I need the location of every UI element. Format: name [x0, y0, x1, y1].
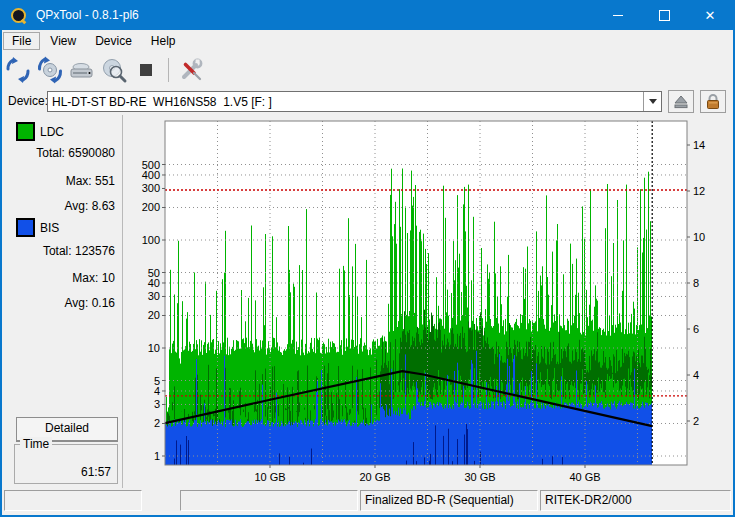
bis-label: BIS: [40, 221, 59, 235]
bis-color-swatch: [16, 218, 35, 237]
svg-text:50: 50: [148, 267, 160, 279]
svg-text:6: 6: [693, 323, 699, 335]
chevron-down-icon: [649, 99, 657, 108]
scan-disc-icon: [100, 56, 128, 84]
svg-text:30: 30: [148, 290, 160, 302]
device-combobox[interactable]: HL-DT-ST BD-RE WH16NS58 1.V5 [F: ]: [47, 91, 662, 112]
close-icon: ✕: [705, 9, 716, 22]
rescan-devices-button[interactable]: [2, 55, 34, 85]
preferences-button[interactable]: [175, 55, 207, 85]
svg-text:2: 2: [693, 415, 699, 427]
ldc-color-swatch: [16, 122, 35, 141]
ldc-label: LDC: [40, 125, 64, 139]
bis-total: Total: 123576: [43, 244, 115, 258]
svg-text:14: 14: [693, 139, 705, 151]
drive-button[interactable]: [66, 55, 98, 85]
ldc-legend: LDC: [16, 122, 64, 141]
svg-text:5: 5: [154, 375, 160, 387]
svg-text:1: 1: [154, 450, 160, 462]
refresh-disc-icon: [36, 56, 64, 84]
time-value: 61:57: [81, 465, 111, 479]
bis-avg: Avg: 0.16: [65, 296, 115, 310]
svg-text:12: 12: [693, 185, 705, 197]
window-title: QPxTool - 0.8.1-pl6: [36, 8, 139, 22]
time-groupbox: Time 61:57: [14, 444, 118, 484]
menu-bar: File View Device Help: [2, 30, 733, 52]
svg-text:400: 400: [142, 169, 160, 181]
drive-icon: [68, 56, 96, 84]
bis-legend: BIS: [16, 218, 59, 237]
svg-text:8: 8: [693, 277, 699, 289]
svg-text:100: 100: [142, 234, 160, 246]
device-row: Device: HL-DT-ST BD-RE WH16NS58 1.V5 [F:…: [2, 88, 733, 115]
svg-text:10: 10: [148, 342, 160, 354]
ldc-avg: Avg: 8.63: [65, 199, 115, 213]
ldc-total: Total: 6590080: [36, 146, 115, 160]
svg-text:30 GB: 30 GB: [464, 471, 495, 483]
svg-text:40 GB: 40 GB: [569, 471, 600, 483]
svg-text:3: 3: [154, 398, 160, 410]
qpxtool-window: QPxTool - 0.8.1-pl6 ✕ File View Device H…: [0, 0, 735, 517]
svg-text:10 GB: 10 GB: [254, 471, 285, 483]
stop-button[interactable]: [130, 55, 162, 85]
menu-help[interactable]: Help: [142, 32, 185, 50]
bis-max: Max: 10: [72, 271, 115, 285]
svg-text:4: 4: [154, 385, 160, 397]
stats-panel: LDC Total: 6590080 Max: 551 Avg: 8.63 BI…: [8, 115, 123, 488]
qpxtool-logo-icon[interactable]: [11, 8, 26, 23]
eject-button[interactable]: [668, 90, 694, 113]
svg-text:4: 4: [693, 369, 699, 381]
maximize-button[interactable]: [641, 0, 687, 30]
svg-text:20 GB: 20 GB: [359, 471, 390, 483]
toolbar: [2, 52, 733, 88]
chart-area: 1234510203040501002003004005002468101214…: [128, 115, 732, 488]
minimize-button[interactable]: [595, 0, 641, 30]
close-button[interactable]: ✕: [687, 0, 733, 30]
svg-text:10: 10: [693, 231, 705, 243]
lock-button[interactable]: [700, 90, 726, 113]
status-bar: Finalized BD-R (Sequential) RITEK-DR2/00…: [2, 488, 733, 515]
menu-view[interactable]: View: [41, 32, 85, 50]
device-label: Device:: [8, 94, 48, 108]
svg-text:20: 20: [148, 309, 160, 321]
main-area: LDC Total: 6590080 Max: 551 Avg: 8.63 BI…: [2, 115, 733, 488]
refresh-icon: [4, 56, 32, 84]
maximize-icon: [659, 10, 670, 21]
time-label: Time: [20, 437, 52, 451]
device-combobox-value: HL-DT-ST BD-RE WH16NS58 1.V5 [F: ]: [48, 95, 272, 109]
stop-icon: [132, 56, 160, 84]
quality-chart: 1234510203040501002003004005002468101214…: [128, 115, 732, 488]
minimize-icon: [613, 15, 623, 16]
status-media-id: RITEK-DR2/000: [540, 490, 731, 511]
svg-text:2: 2: [154, 417, 160, 429]
lock-icon: [705, 93, 721, 110]
title-bar: QPxTool - 0.8.1-pl6 ✕: [2, 0, 733, 30]
refresh-disc-info-button[interactable]: [34, 55, 66, 85]
eject-icon: [672, 94, 690, 110]
svg-text:500: 500: [142, 159, 160, 171]
tools-icon: [177, 56, 205, 84]
combobox-dropdown[interactable]: [643, 92, 661, 111]
status-panel-2: [180, 490, 358, 511]
status-disc-type: Finalized BD-R (Sequential): [360, 490, 538, 511]
ldc-max: Max: 551: [66, 174, 115, 188]
status-panel-1: [4, 490, 142, 511]
start-scan-button[interactable]: [98, 55, 130, 85]
menu-file[interactable]: File: [3, 32, 40, 50]
svg-text:200: 200: [142, 201, 160, 213]
svg-text:300: 300: [142, 182, 160, 194]
toolbar-separator: [168, 58, 169, 82]
menu-device[interactable]: Device: [86, 32, 141, 50]
svg-text:40: 40: [148, 277, 160, 289]
